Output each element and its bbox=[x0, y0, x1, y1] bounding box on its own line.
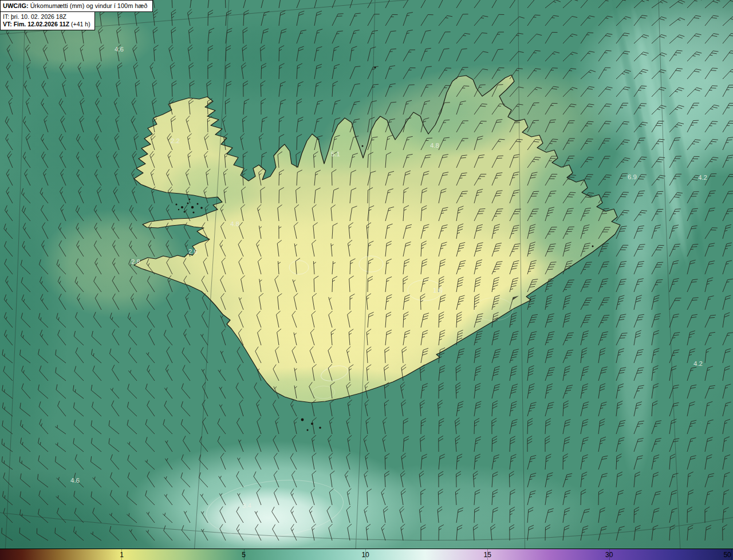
precip-value-label: 4.6 bbox=[70, 477, 80, 484]
colorbar-tick-label: 15 bbox=[484, 551, 491, 559]
weather-map-stage: 4.62.25.14.86.94.24.82.62.81.64.24.63.4 … bbox=[0, 0, 733, 560]
title-box: UWC/IG: Úrkomumætti (mm) og vindur í 100… bbox=[0, 0, 153, 12]
precip-value-label: 4.6 bbox=[115, 46, 124, 53]
colorbar-tick-line bbox=[731, 549, 732, 560]
precip-value-label: 4.8 bbox=[430, 142, 439, 149]
product-title: Úrkomumætti (mm) og vindur í 100m hæð bbox=[29, 2, 148, 9]
valid-time-line: VT: Fim. 12.02.2026 11Z (+41 h) bbox=[3, 21, 90, 28]
map-canvas: 4.62.25.14.86.94.24.82.62.81.64.24.63.4 bbox=[0, 0, 733, 560]
colorbar-tick-label: 10 bbox=[361, 551, 369, 559]
precip-value-label: 2.6 bbox=[188, 248, 198, 255]
colorbar-tick-label: 30 bbox=[605, 551, 613, 559]
init-time-value: þri. 10. 02. 2026 18Z bbox=[9, 13, 66, 20]
init-time-line: IT: þri. 10. 02. 2026 18Z bbox=[3, 13, 90, 21]
precip-value-label: 1.6 bbox=[433, 287, 442, 294]
colorbar: 1510153050 bbox=[0, 549, 733, 560]
precip-value-label: 4.2 bbox=[698, 174, 707, 181]
valid-time-offset: (+41 h) bbox=[69, 21, 90, 27]
colorbar-tick-label: 50 bbox=[723, 551, 731, 559]
precip-value-label: 5.1 bbox=[331, 151, 340, 157]
time-box: IT: þri. 10. 02. 2026 18Z VT: Fim. 12.02… bbox=[0, 12, 95, 30]
init-time-label: IT: bbox=[3, 13, 9, 20]
product-code: UWC/IG: bbox=[3, 2, 29, 9]
colorbar-tick-label: 5 bbox=[242, 551, 246, 559]
precip-value-label: 2.8 bbox=[131, 258, 140, 265]
precip-value-label: 3.4 bbox=[242, 502, 252, 509]
precip-value-label: 4.8 bbox=[230, 220, 239, 227]
header: UWC/IG: Úrkomumætti (mm) og vindur í 100… bbox=[0, 0, 153, 30]
precip-value-label: 6.9 bbox=[628, 173, 637, 180]
precip-value-label: 2.2 bbox=[171, 137, 180, 144]
colorbar-tick-label: 1 bbox=[120, 551, 124, 559]
valid-time-label: VT: Fim. 12.02.2026 11Z bbox=[3, 21, 69, 27]
precip-value-label: 4.2 bbox=[693, 360, 703, 367]
